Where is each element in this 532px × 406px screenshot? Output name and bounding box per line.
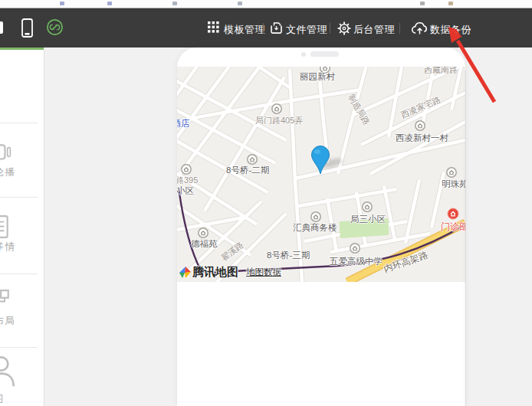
home-poi-icon [271, 103, 282, 114]
layout-icon [0, 289, 11, 313]
home-poi-icon [446, 167, 457, 178]
sidebar-divider [0, 347, 38, 348]
menu-label: 后台管理 [353, 23, 395, 37]
bookmark-fragment [107, 2, 112, 5]
bookmark-fragment [60, 2, 64, 5]
toolbar-divider [330, 23, 330, 34]
map-label: 酒店 [177, 119, 190, 129]
map-label: 西藏南路 [424, 67, 458, 74]
link-preview-icon[interactable] [46, 18, 64, 39]
sidebar-item-label: 轮播 [0, 166, 16, 179]
cloud-upload-icon [412, 21, 428, 38]
carousel-icon [0, 140, 11, 165]
menu-template-manage[interactable]: 模板管理 [208, 8, 263, 47]
menu-label: 模板管理 [224, 23, 265, 37]
sidebar-divider [0, 197, 38, 198]
map-label: 明珠苑 [442, 179, 465, 189]
menu-admin-manage[interactable]: 后台管理 [337, 8, 394, 47]
map-label: 8号桥-二期 [226, 165, 269, 175]
sidebar-item-layout[interactable]: 布局 [0, 289, 44, 342]
home-poi-icon [415, 120, 425, 131]
top-toolbar: 模板管理 文件管理 [0, 8, 532, 47]
gear-icon [337, 21, 351, 38]
menu-label: 数据备份 [430, 23, 471, 37]
home-poi-icon [181, 164, 192, 175]
map-label: 小区 [177, 186, 194, 196]
sidebar-item-label: 详情 [0, 241, 16, 254]
tencent-map[interactable]: 丽园新村 西藏南路 制造局路 西凌家宅路 西凌新村一村 局门路405弄 酒店 8… [177, 67, 465, 282]
toolbar-divider [263, 23, 264, 34]
map-label: 局门路405弄 [255, 116, 303, 125]
sidebar-item-map[interactable]: 图 [0, 355, 44, 406]
file-icon [270, 21, 283, 38]
map-label: 8号桥-三期 [267, 250, 310, 260]
sidebar-divider [0, 123, 38, 123]
phone-camera-dot [301, 52, 306, 57]
widget-sidebar: 轮播 详情 布局 图 [0, 50, 44, 406]
sidebar-item-carousel[interactable]: 轮播 [0, 140, 44, 194]
map-label: 德福苑 [191, 239, 218, 249]
home-poi-icon [362, 201, 373, 212]
person-icon [0, 355, 18, 388]
bookmark-fragment [238, 2, 242, 5]
menu-file-manage[interactable]: 文件管理 [270, 8, 325, 47]
map-attribution: 腾讯地图 地图数据 [179, 264, 281, 280]
map-label: 局三小区 [350, 214, 386, 224]
phone-preview-frame: 丽园新村 西藏南路 制造局路 西凌家宅路 西凌新村一村 局门路405弄 酒店 8… [177, 47, 465, 406]
map-label: 西凌新村一村 [396, 133, 448, 143]
map-data-link[interactable]: 地图数据 [246, 267, 281, 278]
home-poi-icon [247, 154, 258, 165]
bookmark-fragment [172, 2, 177, 5]
map-label: 路395 [177, 175, 198, 185]
mobile-preview-icon[interactable] [21, 18, 33, 41]
toolbar-divider [399, 23, 400, 34]
sidebar-item-detail[interactable]: 详情 [0, 214, 44, 268]
document-icon [0, 214, 11, 239]
map-label: 丽园新村 [300, 72, 335, 82]
tencent-maps-logo-icon [179, 266, 192, 279]
phone-speaker [310, 51, 339, 57]
grid-icon [208, 21, 219, 36]
bookmark-fragment [448, 2, 453, 5]
sidebar-item-label: 图 [0, 393, 5, 406]
sidebar-item-label: 布局 [0, 315, 16, 328]
sidebar-divider [0, 273, 38, 274]
app-screen: 模板管理 文件管理 [0, 0, 532, 406]
menu-data-backup[interactable]: 数据备份 [412, 8, 470, 47]
menu-label: 文件管理 [286, 23, 327, 37]
browser-edge-strip [0, 0, 532, 8]
map-label: 汇典商务楼 [293, 223, 337, 233]
desktop-preview-icon-fragment[interactable] [0, 21, 3, 34]
map-provider-name: 腾讯地图 [192, 265, 238, 280]
bookmark-fragment [420, 2, 425, 5]
school-poi-icon [350, 243, 360, 254]
clinic-poi-icon [447, 208, 459, 220]
home-poi-icon [198, 228, 209, 238]
map-label: 五爱高级中学 [330, 257, 383, 267]
map-pin[interactable] [308, 145, 333, 175]
map-label: 门诊部 [441, 222, 465, 232]
building-poi-icon [310, 211, 321, 222]
